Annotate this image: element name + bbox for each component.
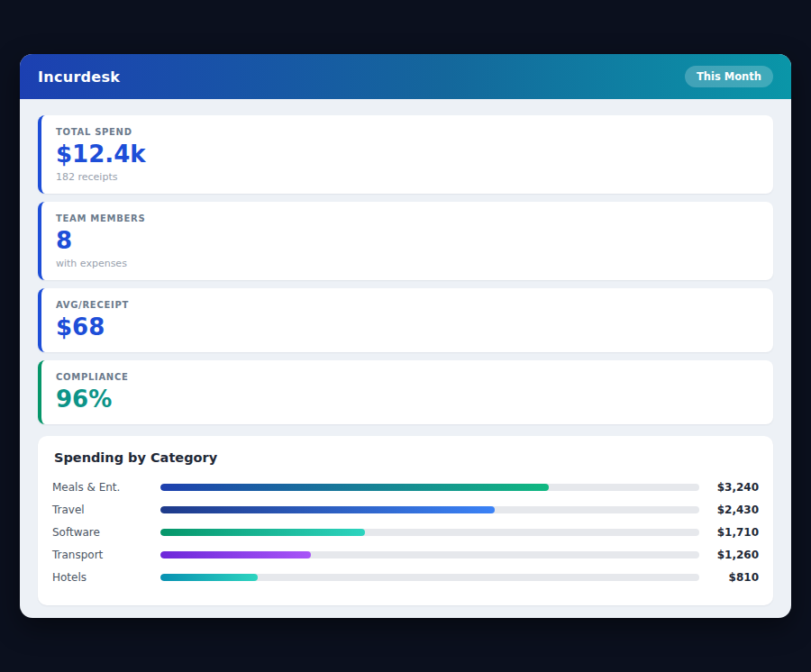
app-title: Incurdesk	[38, 68, 120, 86]
bar-track	[160, 529, 699, 536]
stat-label: TOTAL SPEND	[56, 127, 759, 137]
bar-fill-transport	[160, 551, 311, 558]
category-label: Travel	[52, 504, 160, 516]
category-label: Transport	[52, 549, 160, 561]
stat-sub: with expenses	[56, 258, 759, 269]
chart-title: Spending by Category	[52, 450, 759, 465]
category-label: Meals & Ent.	[52, 481, 160, 494]
stat-card-avg-receipt: AVG/RECEIPT $68	[38, 288, 773, 352]
bar-track	[160, 484, 699, 491]
stat-label: COMPLIANCE	[56, 372, 759, 382]
stat-card-compliance: COMPLIANCE 96%	[38, 360, 773, 424]
stat-value: $12.4k	[56, 141, 759, 168]
stat-value: $68	[56, 314, 759, 341]
category-value: $1,710	[708, 526, 759, 539]
chart-row-travel: Travel $2,430	[52, 499, 759, 522]
stat-card-total-spend: TOTAL SPEND $12.4k 182 receipts	[38, 115, 773, 194]
category-label: Hotels	[52, 571, 160, 584]
bar-track	[160, 574, 699, 581]
category-value: $2,430	[708, 504, 759, 516]
stat-card-team-members: TEAM MEMBERS 8 with expenses	[38, 202, 773, 280]
chart-row-hotels: Hotels $810	[52, 567, 759, 589]
category-value: $3,240	[708, 481, 759, 494]
stat-value: 96%	[56, 386, 759, 413]
category-value: $810	[708, 571, 759, 584]
bar-fill-software	[160, 529, 365, 536]
spending-by-category-card: Spending by Category Meals & Ent. $3,240…	[38, 436, 773, 605]
stat-sub: 182 receipts	[56, 171, 759, 183]
bar-fill-meals	[160, 484, 549, 491]
dashboard-content: TOTAL SPEND $12.4k 182 receipts TEAM MEM…	[20, 99, 791, 618]
chart-row-meals: Meals & Ent. $3,240	[52, 477, 759, 499]
bar-fill-travel	[160, 506, 495, 513]
stat-label: AVG/RECEIPT	[56, 300, 759, 310]
stat-value: 8	[56, 228, 759, 255]
chart-row-transport: Transport $1,260	[52, 544, 759, 567]
period-badge[interactable]: This Month	[685, 66, 773, 87]
app-header: Incurdesk This Month	[20, 54, 791, 99]
app-card: Incurdesk This Month TOTAL SPEND $12.4k …	[20, 54, 791, 618]
stat-label: TEAM MEMBERS	[56, 213, 759, 223]
chart-row-software: Software $1,710	[52, 522, 759, 544]
category-label: Software	[52, 526, 160, 539]
bar-fill-hotels	[160, 574, 258, 581]
category-value: $1,260	[708, 549, 759, 561]
bar-track	[160, 506, 699, 513]
bar-track	[160, 551, 699, 558]
